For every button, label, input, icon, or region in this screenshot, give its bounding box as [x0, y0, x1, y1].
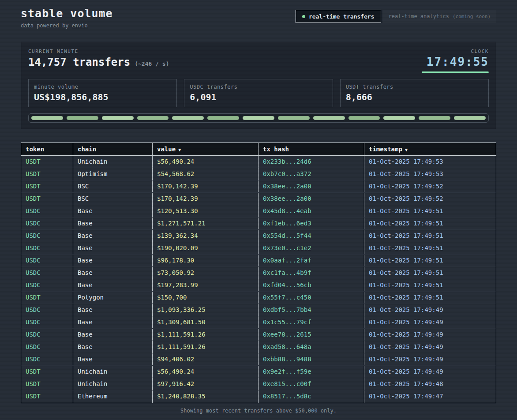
brand: stable volume data powered by envio: [21, 7, 113, 29]
tab-real-time-transfers[interactable]: real-time transfers: [296, 10, 381, 23]
chain-cell: Base: [73, 329, 153, 341]
table-header-row: tokenchainvalue ▼tx hashtimestamp ▼: [21, 143, 496, 156]
stat-value: 8,666: [346, 92, 483, 102]
timestamp-cell: 01-Oct-2025 17:49:47: [364, 390, 496, 403]
value-cell: $97,916.42: [153, 378, 258, 390]
value-cell: $56,490.24: [153, 366, 258, 378]
token-cell: USDC: [21, 353, 73, 365]
clock-label: CLOCK: [422, 49, 489, 54]
tx-hash-link[interactable]: 0x38ee...2a00: [258, 193, 364, 205]
chain-cell: Base: [73, 279, 153, 291]
table-row: USDCBase$1,093,336.250xdbf5...7bb401-Oct…: [21, 304, 496, 316]
volume-segment: [454, 116, 486, 120]
chain-cell: Base: [73, 255, 153, 266]
sort-desc-icon: ▼: [176, 147, 181, 152]
table-row: USDCBase$96,178.300x0aaf...2faf01-Oct-20…: [21, 255, 496, 267]
timestamp-cell: 01-Oct-2025 17:49:49: [364, 316, 496, 328]
volume-segment: [137, 116, 169, 120]
stat-box-usdt-transfers: USDT transfers 8,666: [340, 79, 489, 107]
timestamp-cell: 01-Oct-2025 17:49:51: [364, 205, 496, 217]
tx-hash-link[interactable]: 0xbb88...9488: [258, 353, 364, 365]
timestamp-cell: 01-Oct-2025 17:49:51: [364, 292, 496, 304]
tx-hash-link[interactable]: 0x45d8...4eab: [258, 205, 364, 217]
volume-segment: [102, 116, 134, 120]
value-cell: $96,178.30: [153, 255, 258, 266]
table-row: USDTBSC$170,142.390x38ee...2a0001-Oct-20…: [21, 180, 496, 193]
tx-hash-link[interactable]: 0xc1fa...4b9f: [258, 267, 364, 279]
table-row: USDCBase$1,111,591.260xad58...648a01-Oct…: [21, 341, 496, 353]
timestamp-cell: 01-Oct-2025 17:49:51: [364, 242, 496, 254]
tx-hash-link[interactable]: 0xdbf5...7bb4: [258, 304, 364, 316]
chain-cell: Base: [73, 267, 153, 279]
token-cell: USDC: [21, 304, 73, 316]
chain-cell: BSC: [73, 193, 153, 205]
current-minute-label: CURRENT MINUTE: [28, 49, 169, 54]
stat-label: USDC transfers: [190, 84, 327, 90]
value-cell: $54,568.62: [153, 168, 258, 180]
value-cell: $170,142.39: [153, 180, 258, 192]
tx-hash-link[interactable]: 0x73e0...c1e2: [258, 242, 364, 254]
tx-hash-link[interactable]: 0x554d...5f44: [258, 230, 364, 242]
value-cell: $73,050.92: [153, 267, 258, 279]
transfers-count: 14,757 transfers: [28, 56, 130, 68]
table-row: USDTUnichain$56,490.240x9e2f...f59e01-Oc…: [21, 366, 496, 378]
token-cell: USDT: [21, 366, 73, 378]
table-row: USDCBase$73,050.920xc1fa...4b9f01-Oct-20…: [21, 267, 496, 279]
chain-cell: Ethereum: [73, 390, 153, 403]
chain-cell: Unichain: [73, 156, 153, 168]
tx-hash-link[interactable]: 0x9e2f...f59e: [258, 366, 364, 378]
timestamp-cell: 01-Oct-2025 17:49:51: [364, 267, 496, 279]
tx-hash-link[interactable]: 0x0aaf...2faf: [258, 255, 364, 266]
tx-hash-link[interactable]: 0xad58...648a: [258, 341, 364, 353]
value-cell: $1,240,828.35: [153, 390, 258, 403]
column-header-timestamp[interactable]: timestamp ▼: [364, 143, 496, 155]
token-cell: USDT: [21, 180, 73, 192]
chain-cell: Base: [73, 353, 153, 365]
tx-hash-link[interactable]: 0x38ee...2a00: [258, 180, 364, 192]
stable-volume-app: stable volume data powered by envio real…: [21, 0, 496, 414]
envio-link[interactable]: envio: [72, 22, 88, 29]
table-row: USDCBase$1,111,591.260xee78...261501-Oct…: [21, 329, 496, 341]
tx-hash-link[interactable]: 0xfd04...56cb: [258, 279, 364, 291]
value-cell: $94,406.02: [153, 353, 258, 365]
chain-cell: Unichain: [73, 366, 153, 378]
table-row: USDCBase$197,283.990xfd04...56cb01-Oct-2…: [21, 279, 496, 292]
timestamp-cell: 01-Oct-2025 17:49:49: [364, 353, 496, 365]
tx-hash-link[interactable]: 0x233b...24d6: [258, 156, 364, 168]
clock-progress-bar: [422, 71, 489, 73]
tx-hash-link[interactable]: 0x55f7...c450: [258, 292, 364, 304]
chain-cell: Base: [73, 205, 153, 217]
tx-hash-link[interactable]: 0x8517...5d8c: [258, 390, 364, 403]
chain-cell: Unichain: [73, 378, 153, 390]
tx-hash-link[interactable]: 0xf1eb...6ed3: [258, 218, 364, 229]
chain-cell: Base: [73, 218, 153, 229]
token-cell: USDC: [21, 205, 73, 217]
transfers-rate: (~246 / s): [135, 60, 169, 67]
value-cell: $1,271,571.21: [153, 218, 258, 229]
coming-soon-note: (coming soon): [453, 14, 491, 19]
token-cell: USDT: [21, 390, 73, 403]
value-cell: $56,490.24: [153, 156, 258, 168]
column-header-value[interactable]: value ▼: [153, 143, 258, 155]
volume-segment: [348, 116, 380, 120]
tx-hash-link[interactable]: 0xee78...2615: [258, 329, 364, 341]
tx-hash-link[interactable]: 0xe815...c00f: [258, 378, 364, 390]
tab-real-time-analytics[interactable]: real-time analytics (coming soon): [383, 10, 496, 23]
token-cell: USDC: [21, 279, 73, 291]
token-cell: USDT: [21, 193, 73, 205]
column-header-tx-hash: tx hash: [258, 143, 364, 155]
footer-note: Showing most recent transfers above $50,…: [21, 408, 496, 414]
tx-hash-link[interactable]: 0xb7c0...a372: [258, 168, 364, 180]
chain-cell: Base: [73, 230, 153, 242]
clock-panel: CLOCK 17:49:55: [422, 49, 489, 73]
table-row: USDTUnichain$56,490.240x233b...24d601-Oc…: [21, 156, 496, 168]
clock-value: 17:49:55: [422, 55, 489, 68]
token-cell: USDT: [21, 292, 73, 304]
stat-boxes: minute volume US$198,856,885 USDC transf…: [28, 79, 489, 107]
token-cell: USDC: [21, 218, 73, 229]
transfers-summary: CURRENT MINUTE 14,757 transfers (~246 / …: [28, 49, 169, 68]
live-dot-icon: [302, 15, 305, 18]
tx-hash-link[interactable]: 0x1c55...79cf: [258, 316, 364, 328]
volume-segment: [207, 116, 239, 120]
column-header-label: token: [26, 146, 44, 153]
